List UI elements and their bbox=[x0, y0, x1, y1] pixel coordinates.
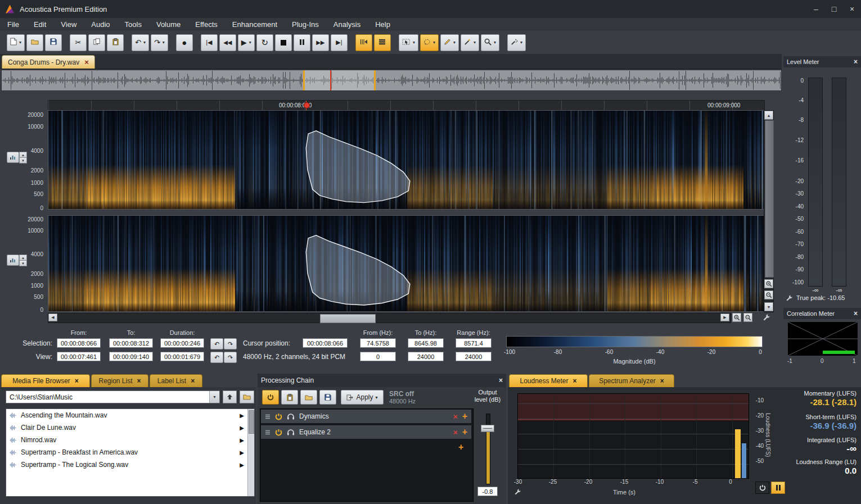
time-select-tool-button[interactable]: ▾ bbox=[399, 34, 418, 51]
output-level-value-field[interactable]: -0.8 bbox=[477, 487, 498, 496]
zoom-in-horizontal-button[interactable] bbox=[732, 313, 741, 322]
file-item[interactable]: Supertramp - Breakfast in America.wav ▶ bbox=[6, 446, 254, 458]
menu-item-file[interactable]: File bbox=[0, 18, 26, 31]
remove-effect-button[interactable]: × bbox=[453, 428, 458, 437]
redo-button[interactable]: ↷▾ bbox=[151, 34, 168, 51]
view-from-hz-field[interactable]: 0 bbox=[360, 352, 396, 361]
scroll-left-button[interactable]: ◀ bbox=[48, 314, 57, 321]
view-range-hz-field[interactable]: 24000 bbox=[456, 352, 492, 361]
paste-button[interactable] bbox=[107, 34, 124, 51]
document-tab[interactable]: Conga Drums - Dry.wav × bbox=[2, 55, 95, 69]
scroll-up-button[interactable]: ▲ bbox=[764, 111, 773, 120]
power-icon[interactable] bbox=[275, 429, 282, 436]
editor-settings-wrench-icon[interactable] bbox=[763, 314, 770, 324]
zoom-out-vertical-button[interactable] bbox=[764, 290, 773, 299]
go-to-start-button[interactable]: |◀ bbox=[201, 34, 218, 51]
zoom-tool-button[interactable]: ▾ bbox=[481, 34, 499, 51]
menu-item-effects[interactable]: Effects bbox=[188, 18, 225, 31]
tab-spectrum-analyzer[interactable]: Spectrum Analyzer × bbox=[589, 374, 674, 387]
file-item[interactable]: Nimrod.wav ▶ bbox=[6, 434, 254, 446]
file-play-button[interactable]: ▶ bbox=[240, 412, 244, 419]
channel-zoom-down-button[interactable]: ▼ bbox=[19, 157, 27, 164]
tab-loudness-meter[interactable]: Loudness Meter × bbox=[509, 374, 588, 387]
menu-item-edit[interactable]: Edit bbox=[26, 18, 53, 31]
cut-button[interactable]: ✂ bbox=[70, 34, 87, 51]
tab-region-list[interactable]: Region List × bbox=[91, 374, 148, 387]
play-button[interactable]: ▶▾ bbox=[238, 34, 255, 51]
effect-row[interactable]: Equalize 2 × + bbox=[261, 425, 471, 439]
zoom-out-horizontal-button[interactable] bbox=[743, 313, 752, 322]
waveform-overview[interactable] bbox=[1, 70, 782, 91]
horizontal-scroll-thumb[interactable] bbox=[320, 314, 376, 323]
view-to-field[interactable]: 00:00:09:140 bbox=[109, 352, 153, 361]
zoom-in-vertical-button[interactable] bbox=[764, 279, 773, 288]
path-combobox[interactable]: C:\Users\Stian\Music ▾ bbox=[6, 391, 220, 403]
cursor-position-field[interactable]: 00:00:08:066 bbox=[303, 338, 348, 348]
drag-handle-icon[interactable] bbox=[265, 414, 271, 419]
selection-to-field[interactable]: 00:00:08:312 bbox=[109, 338, 153, 348]
selection-range-hz-field[interactable]: 8571.4 bbox=[456, 338, 492, 348]
level-meter-settings-wrench-icon[interactable] bbox=[786, 294, 793, 304]
scrub-mode-button[interactable] bbox=[355, 34, 372, 51]
loudness-pause-button[interactable] bbox=[771, 482, 785, 494]
file-item[interactable]: Clair De Lune.wav ▶ bbox=[6, 421, 254, 434]
close-icon[interactable]: × bbox=[660, 377, 664, 385]
selection-from-hz-field[interactable]: 74.5758 bbox=[360, 338, 396, 348]
chain-save-button[interactable] bbox=[319, 390, 336, 405]
add-effect-button[interactable]: + bbox=[458, 442, 463, 452]
close-icon[interactable]: × bbox=[854, 58, 858, 66]
view-to-hz-field[interactable]: 24000 bbox=[408, 352, 444, 361]
close-icon[interactable]: × bbox=[84, 58, 89, 66]
chain-paste-button[interactable] bbox=[281, 390, 298, 405]
add-effect-button[interactable]: + bbox=[462, 427, 467, 437]
drag-handle-icon[interactable] bbox=[265, 430, 271, 435]
channel-zoom-down-button[interactable]: ▼ bbox=[19, 260, 27, 266]
scroll-down-button[interactable]: ▼ bbox=[764, 302, 773, 311]
spectrogram-channel-left[interactable] bbox=[48, 110, 765, 210]
menu-item-volume[interactable]: Volume bbox=[149, 18, 188, 31]
close-icon[interactable]: × bbox=[573, 377, 577, 385]
close-icon[interactable]: × bbox=[854, 310, 858, 317]
file-item[interactable]: Ascending the Mountain.wav ▶ bbox=[6, 409, 254, 421]
loudness-reset-button[interactable] bbox=[755, 482, 769, 494]
file-play-button[interactable]: ▶ bbox=[240, 437, 244, 443]
draw-tool-button[interactable]: ▾ bbox=[440, 34, 459, 51]
folder-up-button[interactable] bbox=[223, 391, 237, 403]
chain-open-button[interactable] bbox=[300, 390, 317, 405]
fast-forward-button[interactable]: ▶▶ bbox=[312, 34, 329, 51]
loudness-settings-wrench-icon[interactable] bbox=[514, 488, 521, 498]
vertical-scroll-thumb[interactable] bbox=[765, 120, 774, 278]
chevron-down-icon[interactable]: ▾ bbox=[209, 391, 219, 403]
close-icon[interactable]: × bbox=[191, 377, 195, 385]
record-button[interactable]: ● bbox=[176, 34, 193, 51]
file-play-button[interactable]: ▶ bbox=[240, 449, 244, 456]
rewind-button[interactable]: ◀◀ bbox=[219, 34, 236, 51]
file-list-scrollbar[interactable] bbox=[247, 409, 254, 496]
menu-item-enhancement[interactable]: Enhancement bbox=[225, 18, 285, 31]
maximize-button[interactable]: □ bbox=[825, 0, 843, 18]
go-to-end-button[interactable]: ▶| bbox=[331, 34, 348, 51]
open-button[interactable] bbox=[26, 34, 43, 51]
vertical-scrollbar[interactable]: ▲ ▼ bbox=[764, 110, 774, 312]
menu-item-view[interactable]: View bbox=[53, 18, 84, 31]
pause-button[interactable] bbox=[294, 34, 310, 51]
effects-wand-button[interactable]: ▾ bbox=[507, 34, 526, 51]
chain-power-button[interactable] bbox=[262, 390, 279, 405]
selection-to-hz-field[interactable]: 8645.98 bbox=[408, 338, 444, 348]
spectral-view-button[interactable] bbox=[374, 34, 391, 51]
save-button[interactable] bbox=[45, 34, 62, 51]
view-redo-button[interactable]: ↷ bbox=[224, 352, 237, 363]
horizontal-scrollbar[interactable]: ◀ ▶ bbox=[48, 313, 731, 323]
channel-options-button[interactable] bbox=[7, 152, 19, 163]
loop-playback-button[interactable]: ↻ bbox=[256, 34, 273, 51]
output-level-slider-track[interactable] bbox=[486, 414, 490, 484]
file-play-button[interactable]: ▶ bbox=[240, 462, 244, 468]
channel-options-button[interactable] bbox=[7, 255, 19, 266]
selection-redo-button[interactable]: ↷ bbox=[224, 338, 237, 349]
wand-tool-button[interactable]: ▾ bbox=[461, 34, 479, 51]
new-file-button[interactable]: ▾ bbox=[7, 34, 25, 51]
menu-item-plugins[interactable]: Plug-Ins bbox=[285, 18, 326, 31]
tab-media-file-browser[interactable]: Media File Browser × bbox=[1, 374, 90, 387]
view-duration-field[interactable]: 00:00:01:679 bbox=[160, 352, 204, 361]
time-ruler[interactable]: 00:00:08:000 00:00:09:000 bbox=[48, 100, 765, 111]
